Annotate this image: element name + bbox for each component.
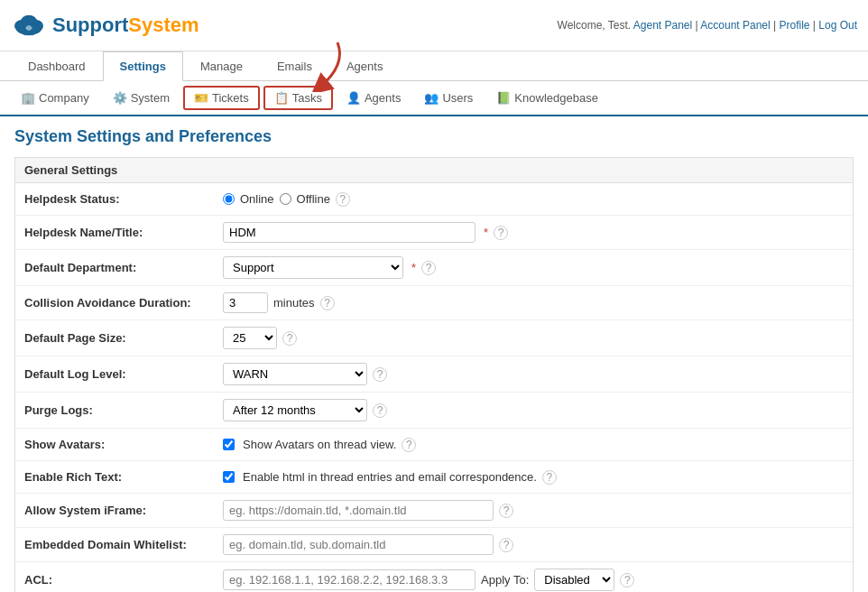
domain-whitelist-info[interactable]: ? — [499, 538, 513, 552]
general-settings-header: General Settings — [15, 158, 853, 183]
show-avatars-label: Show Avatars: — [24, 438, 223, 451]
logo-icon — [11, 7, 47, 43]
purge-logs-label: Purge Logs: — [24, 403, 223, 417]
page-size-row: Default Page Size: 25 50 100 ? — [15, 320, 853, 356]
helpdesk-name-info[interactable]: ? — [494, 226, 508, 240]
helpdesk-name-label: Helpdesk Name/Title: — [24, 226, 223, 239]
welcome-text: Welcome, Test. — [558, 19, 632, 32]
tasks-icon: 📋 — [274, 91, 289, 105]
collision-duration-input[interactable] — [223, 292, 268, 313]
log-level-label: Default Log Level: — [24, 367, 223, 381]
show-avatars-text: Show Avatars on thread view. — [243, 438, 396, 451]
page-size-value: 25 50 100 ? — [223, 327, 844, 349]
company-icon: 🏢 — [21, 91, 35, 105]
tab-manage[interactable]: Manage — [183, 51, 260, 81]
log-level-info[interactable]: ? — [373, 367, 387, 382]
helpdesk-name-value: * ? — [223, 222, 844, 243]
subnav-knowledgebase[interactable]: 📗 Knowledgebase — [486, 87, 608, 109]
minutes-label: minutes — [273, 296, 315, 310]
helpdesk-status-value: Online Offline ? — [223, 192, 844, 207]
show-avatars-info[interactable]: ? — [402, 438, 416, 452]
collision-duration-row: Collision Avoidance Duration: minutes ? — [15, 286, 853, 320]
helpdesk-name-required: * — [484, 226, 488, 239]
profile-link[interactable]: Profile — [779, 19, 809, 32]
main-content: System Settings and Preferences General … — [0, 116, 868, 592]
allow-iframe-row: Allow System iFrame: ? — [15, 494, 853, 528]
log-level-row: Default Log Level: DEBUG INFO WARN ERROR… — [15, 356, 853, 393]
tab-agents[interactable]: Agents — [329, 51, 400, 81]
offline-radio-label[interactable]: Offline — [280, 192, 330, 206]
rich-text-value: Enable html in thread entries and email … — [223, 470, 844, 485]
collision-info[interactable]: ? — [320, 296, 335, 310]
logo-system-text: System — [128, 14, 199, 36]
log-level-value: DEBUG INFO WARN ERROR ? — [223, 363, 844, 385]
log-level-select[interactable]: DEBUG INFO WARN ERROR — [223, 363, 367, 385]
allow-iframe-label: Allow System iFrame: — [24, 504, 223, 517]
apply-to-label: Apply To: — [481, 573, 529, 587]
show-avatars-row: Show Avatars: Show Avatars on thread vie… — [15, 429, 853, 461]
subnav-agents[interactable]: 👤 Agents — [337, 87, 411, 109]
rich-text-text: Enable html in thread entries and email … — [243, 470, 537, 484]
subnav-company[interactable]: 🏢 Company — [11, 87, 99, 109]
default-department-value: Support * ? — [223, 256, 844, 279]
default-department-select[interactable]: Support — [223, 256, 403, 279]
tab-settings[interactable]: Settings — [103, 51, 183, 81]
header-right: Welcome, Test. Agent Panel | Account Pan… — [558, 19, 857, 32]
nav-tabs: Dashboard Settings Manage Emails Agents — [0, 51, 868, 81]
users-icon: 👥 — [424, 91, 439, 105]
rich-text-checkbox[interactable] — [223, 471, 235, 483]
default-department-label: Default Department: — [24, 261, 223, 274]
online-label: Online — [240, 192, 274, 206]
department-required: * — [411, 261, 416, 274]
logo: SupportSystem — [11, 7, 199, 43]
rich-text-label: Enable Rich Text: — [24, 470, 223, 484]
helpdesk-status-label: Helpdesk Status: — [24, 192, 223, 206]
acl-input[interactable] — [223, 569, 476, 590]
agent-panel-link[interactable]: Agent Panel — [633, 19, 692, 32]
acl-row: ACL: Apply To: Disabled Agents Everyone … — [15, 562, 853, 592]
collision-duration-value: minutes ? — [223, 292, 844, 313]
subnav-users[interactable]: 👥 Users — [414, 87, 483, 109]
acl-info[interactable]: ? — [620, 573, 634, 587]
helpdesk-name-input[interactable] — [223, 222, 476, 243]
tickets-icon: 🎫 — [194, 91, 208, 105]
system-icon: ⚙️ — [113, 91, 127, 105]
logout-link[interactable]: Log Out — [818, 19, 857, 32]
acl-apply-select[interactable]: Disabled Agents Everyone — [534, 569, 614, 591]
show-avatars-checkbox[interactable] — [223, 439, 235, 450]
page-size-info[interactable]: ? — [282, 331, 297, 346]
department-info[interactable]: ? — [421, 261, 436, 275]
purge-logs-value: After 3 months After 6 months After 12 m… — [223, 399, 844, 421]
default-department-row: Default Department: Support * ? — [15, 250, 853, 286]
subnav-tasks[interactable]: 📋 Tasks — [263, 86, 333, 110]
general-settings-section: General Settings Helpdesk Status: Online… — [14, 157, 854, 592]
account-panel-link[interactable]: Account Panel — [700, 19, 770, 32]
subnav-system[interactable]: ⚙️ System — [103, 87, 180, 109]
domain-whitelist-row: Embedded Domain Whitelist: ? — [15, 528, 853, 562]
agents-icon: 👤 — [346, 91, 361, 105]
collision-duration-label: Collision Avoidance Duration: — [24, 296, 223, 310]
domain-whitelist-label: Embedded Domain Whitelist: — [24, 538, 223, 551]
rich-text-row: Enable Rich Text: Enable html in thread … — [15, 461, 853, 494]
offline-radio[interactable] — [280, 193, 291, 205]
acl-value: Apply To: Disabled Agents Everyone ? — [223, 569, 844, 591]
allow-iframe-input[interactable] — [223, 500, 494, 521]
page-size-select[interactable]: 25 50 100 — [223, 327, 277, 349]
tab-emails[interactable]: Emails — [260, 51, 329, 81]
domain-whitelist-value: ? — [223, 534, 844, 555]
rich-text-info[interactable]: ? — [542, 470, 557, 485]
allow-iframe-info[interactable]: ? — [499, 504, 513, 518]
tab-dashboard[interactable]: Dashboard — [11, 51, 103, 81]
online-radio[interactable] — [223, 193, 235, 205]
acl-label: ACL: — [24, 573, 223, 587]
helpdesk-status-info[interactable]: ? — [336, 192, 350, 207]
show-avatars-value: Show Avatars on thread view. ? — [223, 438, 844, 452]
domain-whitelist-input[interactable] — [223, 534, 494, 555]
subnav-tickets[interactable]: 🎫 Tickets — [183, 86, 260, 110]
logo-support-text: Support — [52, 14, 128, 36]
purge-logs-info[interactable]: ? — [373, 403, 387, 418]
page-title: System Settings and Preferences — [14, 127, 854, 146]
header: SupportSystem Welcome, Test. Agent Panel… — [0, 0, 868, 51]
online-radio-label[interactable]: Online — [223, 192, 274, 206]
purge-logs-select[interactable]: After 3 months After 6 months After 12 m… — [223, 399, 367, 421]
